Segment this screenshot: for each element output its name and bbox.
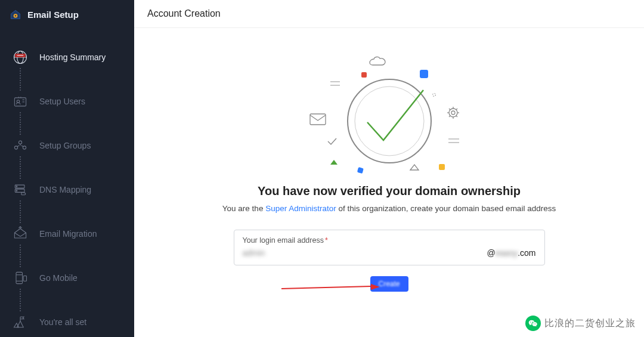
wechat-icon	[525, 316, 541, 331]
svg-rect-20	[16, 272, 23, 283]
sidebar-item-all-set[interactable]: You're all set	[0, 309, 134, 335]
server-cloud-icon	[11, 181, 30, 198]
svg-point-19	[16, 190, 17, 191]
flag-mountain-icon	[11, 314, 30, 330]
main-body: You have now verified your domain owners…	[134, 28, 644, 337]
verification-description: You are the Super Administrator of this …	[222, 204, 556, 213]
desc-after: of this organization, create your domain…	[336, 204, 556, 213]
mobile-icon	[11, 270, 30, 286]
svg-rect-23	[23, 276, 26, 282]
email-local-input[interactable]	[243, 248, 482, 258]
watermark: 比浪的二货创业之旅	[525, 316, 636, 331]
sidebar-item-label: Email Migration	[39, 229, 97, 239]
globe-icon	[11, 49, 30, 66]
sidebar-item-label: You're all set	[39, 317, 86, 327]
sidebar-item-email-migration[interactable]: Email Migration	[0, 221, 134, 247]
svg-rect-16	[15, 185, 24, 188]
inbox-arrow-icon	[11, 225, 30, 242]
annotation-arrow-icon	[281, 283, 380, 292]
sidebar-item-hosting-summary[interactable]: Hosting Summary	[0, 44, 134, 70]
svg-rect-45	[357, 167, 363, 174]
svg-point-36	[451, 111, 455, 115]
svg-line-44	[456, 116, 457, 117]
main-header: Account Creation	[134, 0, 644, 28]
svg-point-29	[432, 94, 435, 97]
email-field-label: Your login email address*	[243, 236, 536, 245]
svg-point-13	[18, 141, 21, 144]
email-domain-suffix: @eaasy.com	[487, 248, 536, 258]
email-field-box: Your login email address* @eaasy.com	[234, 230, 545, 265]
verification-heading: You have now verified your domain owners…	[258, 184, 521, 198]
sidebar-header: Email Setup	[0, 0, 134, 29]
sidebar-item-label: Setup Groups	[39, 141, 91, 150]
svg-rect-17	[15, 189, 24, 192]
sidebar-item-setup-groups[interactable]: Setup Groups	[0, 132, 134, 159]
id-card-icon	[11, 93, 30, 110]
group-icon	[11, 137, 30, 154]
app-logo-icon	[10, 8, 21, 20]
svg-line-42	[456, 109, 457, 110]
sidebar-item-label: Go Mobile	[39, 273, 78, 283]
svg-point-26	[355, 86, 424, 156]
svg-point-8	[17, 100, 19, 103]
svg-rect-34	[310, 114, 326, 125]
sidebar-nav: Hosting Summary Setup Users Setup Groups	[0, 29, 134, 335]
required-asterisk: *	[325, 236, 328, 245]
super-admin-label: Super Administrator	[265, 204, 336, 213]
svg-rect-28	[420, 70, 428, 78]
svg-line-47	[281, 286, 371, 289]
svg-point-35	[449, 109, 457, 117]
svg-rect-46	[439, 164, 445, 170]
svg-point-18	[16, 186, 17, 187]
svg-point-25	[348, 79, 431, 163]
main-panel: Account Creation	[134, 0, 644, 337]
desc-before: You are the	[222, 204, 265, 213]
sidebar-item-go-mobile[interactable]: Go Mobile	[0, 265, 134, 291]
svg-point-1	[15, 15, 17, 17]
svg-line-43	[449, 116, 450, 117]
watermark-text: 比浪的二货创业之旅	[544, 317, 636, 330]
svg-line-41	[449, 109, 450, 110]
sidebar-item-label: DNS Mapping	[39, 185, 91, 194]
sidebar-item-setup-users[interactable]: Setup Users	[0, 88, 134, 115]
sidebar-item-label: Hosting Summary	[39, 52, 106, 62]
create-button[interactable]: Create	[370, 276, 408, 292]
verification-illustration	[291, 55, 488, 181]
sidebar: Email Setup Hosting Summary Setup Users	[0, 0, 134, 337]
sidebar-item-dns-mapping[interactable]: DNS Mapping	[0, 177, 134, 203]
page-title: Account Creation	[147, 8, 631, 19]
svg-rect-27	[361, 72, 367, 78]
sidebar-title: Email Setup	[27, 10, 79, 20]
sidebar-item-label: Setup Users	[39, 97, 85, 106]
